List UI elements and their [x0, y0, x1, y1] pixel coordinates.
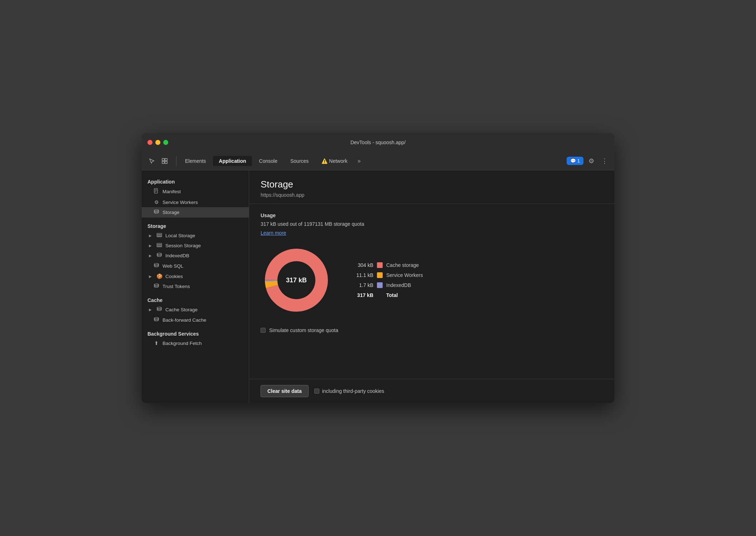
- sidebar-item-cookies[interactable]: ▶ 🍪 Cookies: [142, 271, 249, 281]
- minimize-button[interactable]: [155, 140, 160, 145]
- tabbar-right: 💬 1 ⚙ ⋮: [567, 156, 610, 166]
- local-storage-icon: [156, 233, 163, 238]
- legend-indexeddb-color: [377, 282, 383, 288]
- expand-indexeddb-icon: ▶: [149, 254, 152, 258]
- third-party-cookies-row: including third-party cookies: [314, 388, 384, 394]
- donut-center-label: 317 kB: [286, 277, 307, 284]
- sidebar-item-cache-storage[interactable]: ▶ Cache Storage: [142, 304, 249, 315]
- expand-cookies-icon: ▶: [149, 274, 152, 278]
- sidebar-item-indexeddb[interactable]: ▶ IndexedDB: [142, 250, 249, 261]
- clear-site-data-button[interactable]: Clear site data: [261, 385, 309, 397]
- panel-title: Storage: [261, 179, 603, 190]
- tab-elements[interactable]: Elements: [179, 156, 212, 166]
- sidebar-section-application: Application: [142, 176, 249, 186]
- back-forward-cache-icon: [153, 317, 160, 323]
- notification-count: 1: [577, 158, 580, 164]
- legend-indexeddb-value: 1.7 kB: [354, 282, 373, 288]
- maximize-button[interactable]: [163, 140, 168, 145]
- storage-label: Storage: [163, 210, 179, 215]
- sidebar-item-back-forward-cache[interactable]: Back-forward Cache: [142, 315, 249, 325]
- more-tabs-button[interactable]: »: [355, 156, 364, 166]
- chart-area: 317 kB 304 kB Cache storage 11.1 kB Serv…: [261, 244, 603, 316]
- sidebar-item-websql[interactable]: Web SQL: [142, 261, 249, 271]
- expand-local-storage-icon: ▶: [149, 234, 152, 238]
- background-fetch-icon: ⬆: [153, 340, 160, 346]
- trust-tokens-label: Trust Tokens: [163, 284, 190, 289]
- session-storage-icon: [156, 243, 163, 248]
- panel-body: Usage 317 kB used out of 1197131 MB stor…: [249, 204, 614, 379]
- sidebar-item-trust-tokens[interactable]: Trust Tokens: [142, 281, 249, 292]
- legend-item-indexeddb: 1.7 kB IndexedDB: [354, 282, 423, 288]
- trust-tokens-icon: [153, 283, 160, 289]
- more-options-button[interactable]: ⋮: [599, 156, 610, 166]
- service-workers-icon: ⚙: [153, 199, 160, 205]
- storage-icon: [153, 209, 160, 215]
- panel-footer: Clear site data including third-party co…: [249, 379, 614, 403]
- tab-console[interactable]: Console: [253, 156, 283, 166]
- close-button[interactable]: [147, 140, 152, 145]
- tabbar: Elements Application Console Sources ⚠️N…: [142, 152, 614, 170]
- svg-rect-0: [162, 159, 164, 161]
- learn-more-link[interactable]: Learn more: [261, 230, 286, 236]
- devtools-window: DevTools - squoosh.app/ Elements Applica…: [142, 133, 614, 403]
- legend-cache-color: [377, 262, 383, 268]
- svg-point-19: [154, 317, 159, 319]
- legend-workers-color: [377, 272, 383, 278]
- sidebar-item-session-storage[interactable]: ▶ Session Storage: [142, 240, 249, 250]
- cache-storage-icon: [156, 307, 163, 313]
- chat-icon: 💬: [570, 158, 576, 164]
- inspect-button[interactable]: [159, 155, 170, 167]
- expand-cache-storage-icon: ▶: [149, 308, 152, 312]
- svg-rect-12: [157, 243, 162, 244]
- window-title: DevTools - squoosh.app/: [350, 140, 406, 145]
- legend-indexeddb-name: IndexedDB: [386, 282, 411, 288]
- session-storage-label: Session Storage: [165, 243, 201, 248]
- third-party-cookies-checkbox[interactable]: [314, 389, 319, 394]
- panel-url: https://squoosh.app: [261, 192, 603, 198]
- background-fetch-label: Background Fetch: [163, 341, 202, 346]
- svg-point-16: [154, 263, 159, 265]
- titlebar: DevTools - squoosh.app/: [142, 133, 614, 152]
- donut-chart: 317 kB: [261, 244, 332, 316]
- tabbar-icons: [146, 155, 170, 167]
- sidebar-item-manifest[interactable]: Manifest: [142, 186, 249, 197]
- panel-header: Storage https://squoosh.app: [249, 170, 614, 204]
- simulate-quota-checkbox[interactable]: [261, 328, 266, 333]
- svg-rect-10: [157, 235, 162, 236]
- tab-application[interactable]: Application: [213, 156, 252, 166]
- websql-label: Web SQL: [163, 263, 183, 269]
- manifest-label: Manifest: [163, 189, 181, 194]
- legend-total-value: 317 kB: [354, 292, 373, 298]
- usage-text: 317 kB used out of 1197131 MB storage qu…: [261, 221, 603, 227]
- sidebar-item-background-fetch[interactable]: ⬆ Background Fetch: [142, 338, 249, 348]
- indexeddb-label: IndexedDB: [165, 253, 189, 258]
- svg-rect-9: [157, 233, 162, 234]
- sidebar-section-cache: Cache: [142, 294, 249, 304]
- cache-storage-label: Cache Storage: [165, 307, 198, 312]
- notification-button[interactable]: 💬 1: [567, 157, 583, 165]
- tab-network[interactable]: ⚠️Network: [316, 156, 353, 166]
- service-workers-label: Service Workers: [163, 200, 198, 205]
- sidebar: Application Manifest ⚙ Service Workers S…: [142, 170, 249, 403]
- right-panel: Storage https://squoosh.app Usage 317 kB…: [249, 170, 614, 403]
- legend-cache-value: 304 kB: [354, 262, 373, 268]
- sidebar-item-service-workers[interactable]: ⚙ Service Workers: [142, 197, 249, 207]
- legend-item-total: 317 kB Total: [354, 292, 423, 298]
- cursor-tool-button[interactable]: [146, 155, 158, 167]
- settings-button[interactable]: ⚙: [586, 156, 596, 166]
- legend-item-workers: 11.1 kB Service Workers: [354, 272, 423, 278]
- svg-rect-3: [165, 161, 167, 164]
- svg-rect-13: [157, 245, 162, 246]
- tab-sources[interactable]: Sources: [285, 156, 314, 166]
- svg-point-18: [157, 307, 161, 308]
- svg-point-8: [154, 210, 159, 211]
- sidebar-item-local-storage[interactable]: ▶ Local Storage: [142, 230, 249, 240]
- main-content: Application Manifest ⚙ Service Workers S…: [142, 170, 614, 403]
- tab-divider: [176, 156, 176, 166]
- svg-rect-1: [165, 159, 167, 161]
- traffic-lights: [147, 140, 168, 145]
- sidebar-item-storage[interactable]: Storage: [142, 207, 249, 218]
- cookies-label: Cookies: [165, 274, 183, 279]
- sidebar-section-storage: Storage: [142, 220, 249, 230]
- expand-session-storage-icon: ▶: [149, 244, 152, 248]
